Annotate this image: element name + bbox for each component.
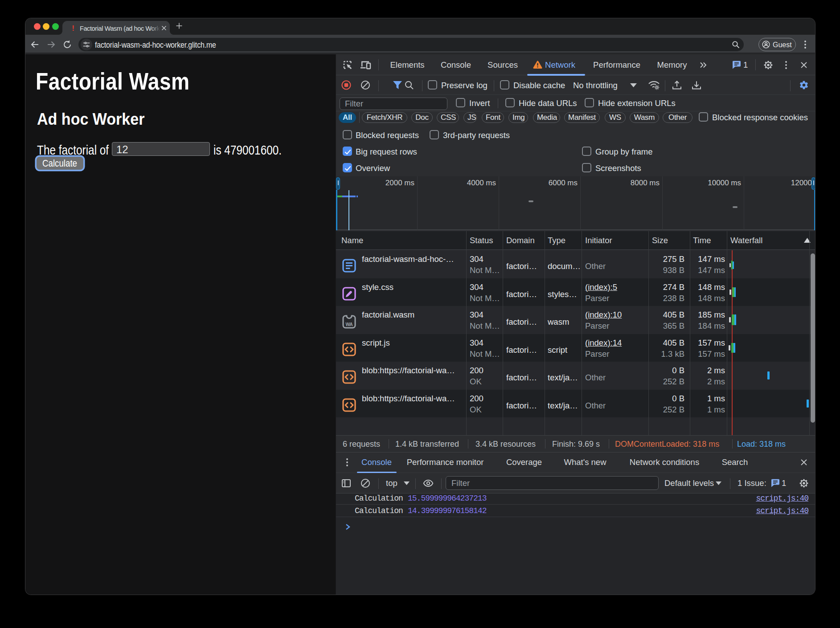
svg-text:WA: WA: [345, 322, 353, 327]
